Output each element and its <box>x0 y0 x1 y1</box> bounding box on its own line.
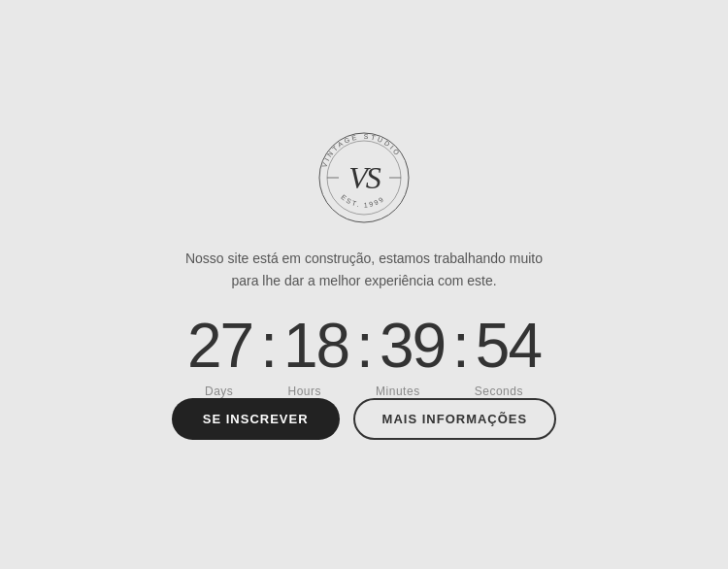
days-number: 27 <box>187 315 252 377</box>
label-hours: Hours <box>287 385 321 398</box>
label-days: Days <box>205 385 233 398</box>
countdown-labels: Days Hours Minutes Seconds <box>205 385 523 398</box>
subscribe-button[interactable]: SE INSCREVER <box>172 398 340 440</box>
action-buttons: SE INSCREVER MAIS INFORMAÇÕES <box>172 398 556 440</box>
separator-2: : <box>356 315 372 377</box>
countdown-hours: 18 <box>283 315 348 377</box>
logo-wrapper: VINTAGE STUDIO EST. 1999 VS <box>315 129 413 226</box>
separator-1: : <box>260 315 276 377</box>
page-container: VINTAGE STUDIO EST. 1999 VS Nosso site e… <box>172 129 556 440</box>
separator-3: : <box>452 315 468 377</box>
countdown-display: 27 : 18 : 39 : 54 <box>187 315 541 377</box>
countdown-days: 27 <box>187 315 252 377</box>
tagline-text: Nosso site está em construção, estamos t… <box>180 248 548 291</box>
hours-number: 18 <box>283 315 348 377</box>
countdown-seconds: 54 <box>476 315 541 377</box>
countdown-minutes: 39 <box>380 315 445 377</box>
more-info-button[interactable]: MAIS INFORMAÇÕES <box>353 398 557 440</box>
label-minutes: Minutes <box>376 385 420 398</box>
label-seconds: Seconds <box>475 385 523 398</box>
logo-monogram: VS <box>348 160 380 196</box>
minutes-number: 39 <box>380 315 445 377</box>
logo-circle: VINTAGE STUDIO EST. 1999 VS <box>315 129 413 226</box>
seconds-number: 54 <box>476 315 541 377</box>
